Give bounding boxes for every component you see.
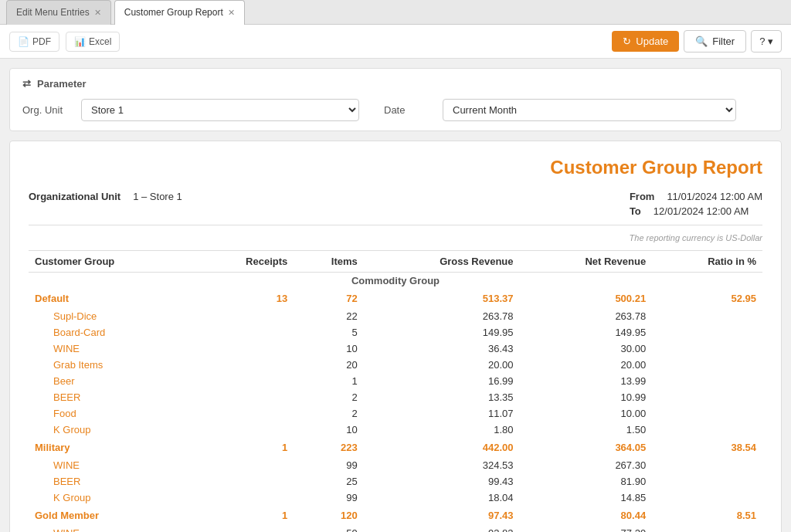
sub-name: WINE [29,341,195,357]
sub-gross-revenue: 99.43 [364,473,520,490]
sub-gross-revenue: 16.99 [364,373,520,389]
org-unit-select[interactable]: Store 1 [81,99,359,121]
sub-gross-revenue: 11.07 [364,405,520,422]
help-button[interactable]: ? ▾ [751,30,782,53]
sub-receipts [195,341,294,357]
sub-net-revenue: 10.99 [520,389,653,405]
sub-gross-revenue: 263.78 [364,308,520,324]
group-gross-revenue: 442.00 [364,438,520,457]
sub-receipts [195,473,294,490]
sub-gross-revenue: 20.00 [364,357,520,373]
col-items: Items [294,251,364,273]
group-receipts: 13 [195,289,294,308]
help-label: ? [759,36,765,47]
sub-ratio [652,525,762,532]
org-unit-label: Org. Unit [22,104,69,116]
parameter-section: ⇄ Parameter Org. Unit Store 1 Date Curre… [9,68,782,131]
sub-items: 2 [294,405,364,422]
group-gross-revenue: 513.37 [364,289,520,308]
sub-ratio [652,405,762,422]
sub-ratio [652,389,762,405]
sub-row-0-4: Beer 1 16.99 13.99 [29,373,762,389]
col-gross-revenue: Gross Revenue [364,251,520,273]
group-name: Gold Member [29,506,195,525]
sub-name: Food [29,405,195,422]
group-net-revenue: 80.44 [520,506,653,525]
group-net-revenue: 364.05 [520,438,653,457]
group-receipts: 1 [195,438,294,457]
from-label: From [630,191,655,202]
sub-row-1-1: BEER 25 99.43 81.90 [29,473,762,490]
group-header-row-0: Default 13 72 513.37 500.21 52.95 [29,289,762,308]
group-items: 223 [294,438,364,457]
parameter-header: ⇄ Parameter [22,78,769,90]
sub-gross-revenue: 149.95 [364,324,520,341]
sub-net-revenue: 77.29 [520,525,653,532]
group-name: Military [29,438,195,457]
to-value: 12/01/2024 12:00 AM [654,205,749,217]
sub-gross-revenue: 1.80 [364,422,520,438]
sub-items: 99 [294,490,364,506]
sub-items: 59 [294,525,364,532]
sub-receipts [195,389,294,405]
update-button[interactable]: ↻ Update [612,31,679,52]
currency-note: The reporting currency is US-Dollar [29,233,762,242]
col-customer-group: Customer Group [29,251,195,273]
group-items: 72 [294,289,364,308]
sub-row-0-7: K Group 10 1.80 1.50 [29,422,762,438]
sub-items: 10 [294,422,364,438]
report-meta: Organizational Unit 1 – Store 1 From 11/… [29,191,762,225]
pdf-button[interactable]: 📄 PDF [9,32,59,52]
sub-net-revenue: 1.50 [520,422,653,438]
filter-button[interactable]: 🔍 Filter [684,30,746,53]
sub-gross-revenue: 324.53 [364,457,520,473]
tab-edit-menu-entries[interactable]: Edit Menu Entries ✕ [6,0,111,25]
sub-receipts [195,457,294,473]
tab-edit-menu-close[interactable]: ✕ [94,8,101,18]
sub-ratio [652,324,762,341]
sub-name: BEER [29,389,195,405]
sub-row-0-5: BEER 2 13.35 10.99 [29,389,762,405]
report-title: Customer Group Report [29,157,762,178]
group-name: Default [29,289,195,308]
sub-net-revenue: 30.00 [520,341,653,357]
tab-customer-group-close[interactable]: ✕ [228,8,235,18]
sub-ratio [652,422,762,438]
sub-ratio [652,373,762,389]
excel-button[interactable]: 📊 Excel [66,32,120,52]
sub-items: 1 [294,373,364,389]
group-header-row-1: Military 1 223 442.00 364.05 38.54 [29,438,762,457]
tab-customer-group-report[interactable]: Customer Group Report ✕ [114,0,245,25]
sub-ratio [652,490,762,506]
tab-edit-menu-label: Edit Menu Entries [16,7,90,18]
sub-row-0-0: Supl-Dice 22 263.78 263.78 [29,308,762,324]
sub-name: K Group [29,422,195,438]
sub-receipts [195,324,294,341]
sub-name: Grab Items [29,357,195,373]
group-gross-revenue: 97.43 [364,506,520,525]
group-net-revenue: 500.21 [520,289,653,308]
date-select[interactable]: Current Month [443,99,736,121]
sub-row-2-0: WINE 59 93.83 77.29 [29,525,762,532]
parameter-label: Parameter [37,78,87,90]
sub-ratio [652,308,762,324]
sub-items: 2 [294,389,364,405]
col-receipts: Receipts [195,251,294,273]
sub-row-1-2: K Group 99 18.04 14.85 [29,490,762,506]
sub-items: 10 [294,341,364,357]
sub-name: WINE [29,457,195,473]
group-ratio: 52.95 [652,289,762,308]
sub-row-0-6: Food 2 11.07 10.00 [29,405,762,422]
sub-items: 5 [294,324,364,341]
group-items: 120 [294,506,364,525]
pdf-label: PDF [32,36,51,47]
sub-net-revenue: 14.85 [520,490,653,506]
sub-receipts [195,357,294,373]
pdf-icon: 📄 [18,36,29,47]
to-label: To [630,205,641,217]
col-net-revenue: Net Revenue [520,251,653,273]
sub-name: Beer [29,373,195,389]
sub-receipts [195,422,294,438]
sub-receipts [195,373,294,389]
sub-ratio [652,473,762,490]
